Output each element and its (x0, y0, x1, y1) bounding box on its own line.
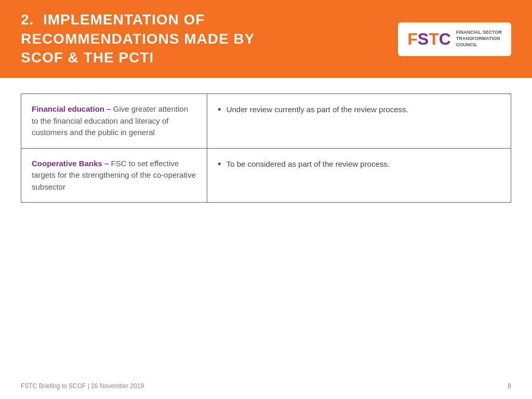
fstc-logo: FSTC FINANCIAL SECTOR TRANSFORMATION COU… (398, 22, 511, 56)
bullet-text: Under review currently as part of the re… (227, 103, 408, 116)
logo-letters: FSTC (407, 30, 451, 49)
table-row: Financial education – Give greater atten… (21, 94, 511, 149)
cooperative-banks-bullets: To be considered as part of the review p… (218, 158, 500, 171)
cooperative-banks-right: To be considered as part of the review p… (207, 148, 511, 203)
logo-s: S (418, 30, 429, 48)
bullet-text: To be considered as part of the review p… (227, 158, 390, 170)
logo-t: T (429, 30, 439, 48)
page-number: 8 (508, 382, 511, 390)
list-item: Under review currently as part of the re… (218, 103, 500, 116)
cooperative-banks-left: Cooperative Banks – FSC to set effective… (21, 148, 207, 203)
logo-text: FINANCIAL SECTOR TRANSFORMATION COUNCIL (456, 30, 502, 48)
slide-header: 2. IMPLEMENTATION OF RECOMMENDATIONS MAD… (0, 0, 532, 78)
table-row: Cooperative Banks – FSC to set effective… (21, 148, 511, 203)
slide-footer: FSTC Briefing to SCOF | 26 November 2019… (21, 382, 511, 390)
cooperative-banks-title: Cooperative Banks – (32, 159, 109, 168)
financial-education-bullets: Under review currently as part of the re… (218, 103, 500, 116)
financial-education-left: Financial education – Give greater atten… (21, 94, 207, 149)
logo-f: F (407, 30, 418, 48)
logo-c: C (439, 30, 451, 48)
financial-education-right: Under review currently as part of the re… (207, 94, 511, 149)
slide-number: 2. (21, 11, 34, 28)
content-table: Financial education – Give greater atten… (21, 94, 511, 203)
list-item: To be considered as part of the review p… (218, 158, 500, 171)
footer-left-text: FSTC Briefing to SCOF | 26 November 2019 (21, 382, 144, 390)
financial-education-title: Financial education – (32, 104, 111, 113)
main-content: Financial education – Give greater atten… (0, 78, 532, 218)
header-title: 2. IMPLEMENTATION OF RECOMMENDATIONS MAD… (21, 10, 255, 67)
